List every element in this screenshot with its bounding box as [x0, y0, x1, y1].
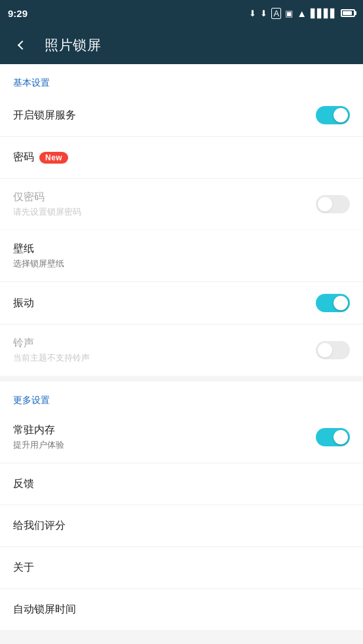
- setting-item-lock_service[interactable]: 开启锁屏服务: [0, 94, 363, 137]
- setting-item-left-vibrate: 振动: [13, 296, 316, 310]
- setting-label-feedback: 反馈: [13, 477, 350, 491]
- setting-item-left-about: 关于: [13, 561, 350, 575]
- toggle-slider-lock_service: [316, 106, 350, 124]
- setting-label-vibrate: 振动: [13, 296, 316, 310]
- toggle-resident_memory[interactable]: [316, 428, 350, 446]
- status-bar: 9:29 ⬇ ⬇ A ▣ ▲ ▋▋▋▋: [0, 0, 363, 26]
- new-badge-password: New: [39, 152, 68, 164]
- setting-sublabel-ringtone: 当前主题不支持铃声: [13, 352, 316, 364]
- setting-item-left-feedback: 反馈: [13, 477, 350, 491]
- setting-sublabel-wallpaper: 选择锁屏壁纸: [13, 258, 350, 270]
- setting-label-ringtone: 铃声: [13, 336, 316, 350]
- setting-item-left-lock_service: 开启锁屏服务: [13, 109, 316, 122]
- page-title: 照片锁屏: [45, 36, 101, 54]
- setting-label-rate: 给我们评分: [13, 519, 350, 533]
- setting-label-text-password: 密码: [13, 151, 34, 164]
- signal-icon: ▋▋▋▋: [311, 9, 337, 18]
- setting-item-left-resident_memory: 常驻内存提升用户体验: [13, 423, 316, 451]
- a-icon: A: [271, 8, 281, 19]
- back-button[interactable]: [10, 33, 34, 57]
- section-header-basic: 基本设置: [0, 64, 363, 94]
- setting-item-left-auto_lock: 自动锁屏时间: [13, 603, 350, 617]
- setting-label-text-lock_service: 开启锁屏服务: [13, 109, 76, 122]
- toggle-slider-ringtone: [316, 341, 350, 359]
- setting-item-feedback[interactable]: 反馈: [0, 463, 363, 505]
- toggle-ringtone: [316, 341, 350, 359]
- setting-item-resident_memory[interactable]: 常驻内存提升用户体验: [0, 412, 363, 463]
- wifi-icon: ▲: [297, 8, 307, 19]
- setting-item-left-rate: 给我们评分: [13, 519, 350, 533]
- section-header-more: 更多设置: [0, 382, 363, 412]
- setting-label-text-vibrate: 振动: [13, 296, 34, 310]
- setting-item-password[interactable]: 密码New: [0, 137, 363, 179]
- setting-label-text-resident_memory: 常驻内存: [13, 423, 55, 437]
- setting-label-auto_lock: 自动锁屏时间: [13, 603, 350, 617]
- toggle-password_only: [316, 195, 350, 213]
- setting-item-left-password: 密码New: [13, 151, 350, 164]
- toggle-slider-resident_memory: [316, 428, 350, 446]
- section-divider-0: [0, 376, 363, 382]
- setting-item-auto_lock[interactable]: 自动锁屏时间: [0, 589, 363, 631]
- setting-label-text-rate: 给我们评分: [13, 519, 66, 533]
- setting-label-text-password_only: 仅密码: [13, 190, 45, 204]
- setting-label-resident_memory: 常驻内存: [13, 423, 316, 437]
- setting-sublabel-password_only: 请先设置锁屏密码: [13, 206, 316, 218]
- setting-label-wallpaper: 壁纸: [13, 242, 350, 256]
- toggle-slider-password_only: [316, 195, 350, 213]
- status-bar-left: 9:29: [8, 8, 28, 19]
- battery-icon: [341, 9, 355, 17]
- toggle-vibrate[interactable]: [316, 294, 350, 312]
- setting-item-left-wallpaper: 壁纸选择锁屏壁纸: [13, 242, 350, 270]
- setting-item-left-password_only: 仅密码请先设置锁屏密码: [13, 190, 316, 218]
- download2-icon: ⬇: [260, 9, 267, 18]
- setting-label-text-feedback: 反馈: [13, 477, 34, 491]
- setting-label-text-wallpaper: 壁纸: [13, 242, 34, 256]
- status-time: 9:29: [8, 8, 28, 19]
- setting-label-password_only: 仅密码: [13, 190, 316, 204]
- toggle-lock_service[interactable]: [316, 106, 350, 124]
- download-icon: ⬇: [249, 9, 256, 18]
- setting-item-ringtone[interactable]: 铃声当前主题不支持铃声: [0, 325, 363, 376]
- setting-item-rate[interactable]: 给我们评分: [0, 505, 363, 547]
- setting-sublabel-resident_memory: 提升用户体验: [13, 439, 316, 451]
- app-bar: 照片锁屏: [0, 26, 363, 64]
- setting-label-text-about: 关于: [13, 561, 34, 575]
- setting-label-text-ringtone: 铃声: [13, 336, 34, 350]
- setting-label-text-auto_lock: 自动锁屏时间: [13, 603, 76, 617]
- back-arrow-icon: [18, 41, 27, 50]
- setting-item-wallpaper[interactable]: 壁纸选择锁屏壁纸: [0, 230, 363, 282]
- setting-item-vibrate[interactable]: 振动: [0, 282, 363, 325]
- setting-label-lock_service: 开启锁屏服务: [13, 109, 316, 122]
- setting-item-left-ringtone: 铃声当前主题不支持铃声: [13, 336, 316, 364]
- toggle-slider-vibrate: [316, 294, 350, 312]
- setting-item-about[interactable]: 关于: [0, 547, 363, 589]
- setting-label-password: 密码New: [13, 151, 350, 164]
- status-bar-right: ⬇ ⬇ A ▣ ▲ ▋▋▋▋: [249, 8, 355, 19]
- setting-label-about: 关于: [13, 561, 350, 575]
- settings-content: 基本设置开启锁屏服务密码New仅密码请先设置锁屏密码壁纸选择锁屏壁纸振动铃声当前…: [0, 64, 363, 631]
- setting-item-password_only[interactable]: 仅密码请先设置锁屏密码: [0, 179, 363, 230]
- box-icon: ▣: [285, 9, 293, 18]
